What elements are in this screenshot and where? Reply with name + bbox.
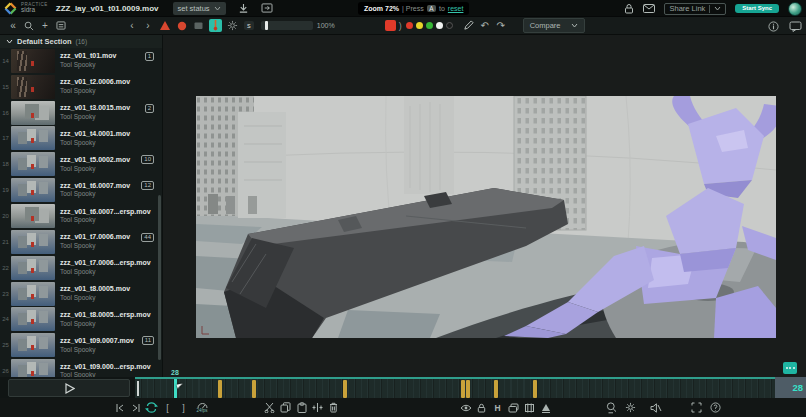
add-item-button[interactable]: + — [37, 19, 53, 33]
clip-thumbnail[interactable] — [11, 204, 55, 228]
timeline-marker[interactable] — [218, 380, 222, 398]
share-link-button[interactable]: Share Link — [664, 3, 726, 15]
set-out-point-button[interactable]: ] — [176, 400, 191, 415]
clip-list-item[interactable]: 20 zzz_v01_t6.0007...ersp.mov Tool Spook… — [0, 203, 162, 229]
clip-list-item[interactable]: 19 zzz_v01_t6.0007.mov Tool Spooky 12 — [0, 177, 162, 203]
info-icon[interactable] — [768, 21, 779, 32]
list-view-icon[interactable] — [53, 19, 69, 33]
clip-thumbnail[interactable] — [11, 101, 55, 125]
lock-icon[interactable] — [624, 3, 634, 14]
color-green[interactable] — [426, 22, 433, 29]
clip-list-item[interactable]: 16 zzz_v01_t3.0015.mov Tool Spooky 2 — [0, 100, 162, 126]
clip-thumbnail[interactable] — [11, 282, 55, 306]
clip-list-item[interactable]: 22 zzz_v01_t7.0006...ersp.mov Tool Spook… — [0, 255, 162, 281]
color-yellow[interactable] — [416, 22, 423, 29]
start-sync-button[interactable]: Start Sync — [735, 4, 779, 14]
current-color-swatch[interactable] — [385, 20, 396, 31]
set-status-dropdown[interactable]: set status — [173, 2, 226, 15]
settings-gear-icon[interactable] — [623, 400, 638, 415]
clip-thumbnail[interactable] — [11, 307, 55, 331]
clip-thumbnail[interactable] — [11, 359, 55, 377]
brush-size-slider[interactable] — [261, 21, 313, 30]
section-header[interactable]: Default Section (16) — [0, 35, 162, 48]
frame-comment-icon[interactable] — [783, 362, 797, 374]
help-info-icon[interactable] — [708, 400, 723, 415]
video-viewport[interactable] — [163, 35, 806, 377]
playhead[interactable] — [174, 379, 177, 400]
color-red[interactable] — [406, 22, 413, 29]
workspace-name[interactable]: PRACTICE sidra — [21, 3, 48, 14]
loop-playback-button[interactable] — [144, 400, 159, 415]
timeline-marker[interactable] — [343, 380, 347, 398]
cut-scissors-icon[interactable] — [262, 400, 277, 415]
clip-thumbnail[interactable] — [11, 333, 55, 357]
comment-count-badge[interactable]: 2 — [145, 104, 154, 113]
step-first-frame-button[interactable] — [112, 400, 127, 415]
laser-pointer-tool[interactable] — [209, 19, 222, 32]
timeline-marker[interactable] — [494, 380, 498, 398]
reset-zoom-link[interactable]: reset — [448, 5, 464, 12]
clip-list-item[interactable]: 23 zzz_v01_t8.0005.mov Tool Spooky — [0, 281, 162, 307]
lock-annotations-icon[interactable] — [474, 400, 489, 415]
app-logo-icon[interactable] — [4, 2, 17, 15]
clip-thumbnail[interactable] — [11, 49, 55, 73]
paint-tool[interactable] — [175, 19, 188, 32]
next-clip-button[interactable]: › — [140, 19, 156, 33]
timeline-marker[interactable] — [466, 380, 470, 398]
step-last-frame-button[interactable] — [128, 400, 143, 415]
prev-clip-button[interactable]: ‹ — [124, 19, 140, 33]
comment-count-badge[interactable]: 12 — [141, 181, 154, 190]
comments-panel-icon[interactable] — [789, 21, 802, 32]
clip-list-item[interactable]: 17 zzz_v01_t4.0001.mov Tool Spooky — [0, 126, 162, 152]
play-button[interactable] — [8, 379, 130, 397]
mute-speaker-icon[interactable] — [648, 400, 663, 415]
clip-list-item[interactable]: 26 zzz_v01_t09.000...ersp.mov Tool Spook… — [0, 358, 162, 377]
tool-settings-gear-icon[interactable] — [226, 19, 239, 32]
eraser-tool[interactable] — [192, 19, 205, 32]
paste-icon[interactable] — [294, 400, 309, 415]
color-black[interactable] — [446, 22, 453, 29]
clip-thumbnail[interactable] — [11, 230, 55, 254]
comment-count-badge[interactable]: 44 — [141, 233, 154, 242]
insert-frame-icon[interactable] — [310, 400, 325, 415]
fps-selector[interactable]: 24fps — [192, 400, 212, 415]
timeline-strip[interactable]: 28 — [135, 377, 775, 398]
user-avatar[interactable] — [788, 2, 802, 16]
presentation-mode-button[interactable] — [261, 3, 273, 13]
timeline-marker[interactable] — [461, 380, 465, 398]
fullscreen-icon[interactable] — [689, 400, 704, 415]
delete-trash-icon[interactable] — [326, 400, 341, 415]
redo-button[interactable]: ↷ — [493, 19, 509, 33]
layers-icon[interactable] — [506, 400, 521, 415]
comment-count-badge[interactable]: 11 — [142, 336, 154, 345]
clip-thumbnail[interactable] — [11, 126, 55, 150]
clip-list-item[interactable]: 14 zzz_v01_t01.mov Tool Spooky 1 — [0, 48, 162, 74]
comment-count-badge[interactable]: 10 — [141, 155, 154, 164]
timeline-marker[interactable] — [533, 380, 537, 398]
download-button[interactable] — [238, 3, 249, 14]
brush-tool[interactable] — [158, 19, 171, 32]
undo-button[interactable]: ↶ — [477, 19, 493, 33]
hold-frame-button[interactable]: H — [490, 400, 505, 415]
pencil-icon[interactable] — [461, 19, 477, 33]
clip-list-item[interactable]: 15 zzz_v01_t2.0006.mov Tool Spooky — [0, 74, 162, 100]
frame-guides-icon[interactable] — [522, 400, 537, 415]
comment-count-badge[interactable]: 1 — [145, 52, 154, 61]
timeline-marker[interactable] — [252, 380, 256, 398]
compare-dropdown[interactable]: Compare — [523, 18, 585, 33]
clip-thumbnail[interactable] — [11, 256, 55, 280]
scene-tree-icon[interactable] — [538, 400, 553, 415]
collapse-sidebar-button[interactable]: « — [5, 19, 21, 33]
set-in-point-button[interactable]: [ — [160, 400, 175, 415]
clip-list-item[interactable]: 24 zzz_v01_t8.0005...ersp.mov Tool Spook… — [0, 306, 162, 332]
clip-thumbnail[interactable] — [11, 152, 55, 176]
clip-list-item[interactable]: 21 zzz_v01_t7.0006.mov Tool Spooky 44 — [0, 229, 162, 255]
clip-list-item[interactable]: 18 zzz_v01_t5.0002.mov Tool Spooky 10 — [0, 151, 162, 177]
visibility-eye-icon[interactable] — [458, 400, 473, 415]
zoom-level-button[interactable] — [604, 400, 619, 415]
invite-mail-icon[interactable] — [643, 4, 655, 13]
clip-list-item[interactable]: 25 zzz_v01_t09.0007.mov Tool Spooky 11 — [0, 332, 162, 358]
clip-thumbnail[interactable] — [11, 75, 55, 99]
clip-thumbnail[interactable] — [11, 178, 55, 202]
sidebar-scrollbar[interactable] — [158, 195, 161, 360]
